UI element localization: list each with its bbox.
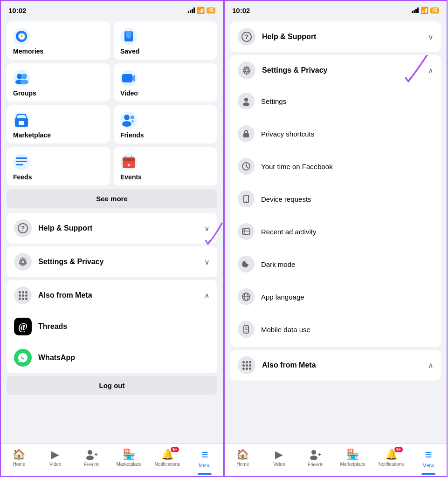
- left-panel-content: 🕐 Memories Saved: [1, 18, 223, 443]
- right-status-icons: 📶 45: [412, 7, 439, 14]
- shortcuts-grid: 🕐 Memories Saved: [7, 21, 217, 185]
- left-nav-marketplace[interactable]: 🏪 Marketplace: [116, 449, 141, 467]
- left-settings-privacy-row[interactable]: Settings & Privacy ∨: [7, 246, 217, 277]
- svg-point-7: [20, 80, 28, 84]
- left-help-label: Help & Support: [38, 224, 92, 232]
- events-icon: ★: [120, 154, 137, 170]
- mobile-data-label: Mobile data use: [261, 326, 310, 334]
- svg-point-36: [244, 98, 248, 102]
- threads-icon: @: [14, 318, 32, 335]
- svg-point-5: [21, 74, 27, 79]
- recent-ad-item[interactable]: Recent ad activity: [230, 217, 441, 246]
- shortcut-feeds[interactable]: Feeds: [7, 147, 110, 185]
- privacy-shortcuts-item[interactable]: Privacy shortcuts: [230, 119, 441, 149]
- see-more-button[interactable]: See more: [7, 189, 217, 208]
- groups-icon: [13, 70, 30, 87]
- menu-active-bar: [198, 473, 212, 475]
- svg-point-12: [124, 115, 130, 120]
- shortcut-marketplace[interactable]: Marketplace: [7, 105, 110, 143]
- left-also-meta-header[interactable]: Also from Meta ∧: [7, 280, 217, 311]
- shortcut-saved[interactable]: Saved: [114, 21, 217, 60]
- notifications-badge: 9+: [171, 447, 179, 452]
- left-help-chevron: ∨: [204, 224, 210, 233]
- svg-text:🕐: 🕐: [18, 33, 26, 41]
- right-help-icon: ?: [238, 28, 255, 46]
- left-nav-notifications[interactable]: 🔔 9+ Notifications: [155, 449, 180, 467]
- feeds-label: Feeds: [13, 173, 103, 181]
- mobile-data-icon: [238, 321, 255, 338]
- app-language-item[interactable]: App language: [230, 282, 441, 312]
- svg-point-53: [310, 456, 317, 460]
- svg-point-35: [245, 69, 248, 72]
- right-help-support: ? Help & Support ∨: [230, 21, 441, 52]
- svg-rect-19: [16, 164, 23, 165]
- your-time-item[interactable]: Your time on Facebook: [230, 151, 441, 181]
- right-help-chevron: ∨: [428, 33, 434, 41]
- svg-rect-23: [125, 156, 126, 159]
- svg-rect-11: [19, 121, 24, 125]
- marketplace-icon: [13, 112, 30, 129]
- saved-icon: [120, 28, 137, 45]
- device-icon: [238, 191, 255, 207]
- svg-rect-38: [243, 133, 249, 137]
- left-settings-chevron: ∨: [204, 258, 210, 266]
- home-label: Home: [13, 462, 26, 467]
- device-requests-item[interactable]: Device requests: [230, 184, 441, 214]
- recent-ad-label: Recent ad activity: [261, 228, 316, 236]
- svg-rect-8: [122, 74, 132, 82]
- whatsapp-item[interactable]: WhatsApp: [7, 342, 217, 373]
- svg-point-13: [122, 121, 131, 127]
- right-battery: 45: [430, 7, 439, 14]
- left-nav-menu[interactable]: ≡ Menu: [193, 448, 216, 468]
- right-nav-menu[interactable]: ≡ Menu: [417, 448, 440, 468]
- marketplace-nav-icon: 🏪: [123, 449, 135, 461]
- right-also-meta-row[interactable]: Also from Meta ∧: [230, 350, 441, 381]
- ad-icon: [238, 223, 255, 240]
- settings-item-icon: [238, 93, 255, 109]
- threads-item[interactable]: @ Threads: [7, 311, 217, 342]
- shortcut-groups[interactable]: Groups: [7, 63, 110, 102]
- your-time-label: Your time on Facebook: [261, 163, 333, 170]
- shortcut-memories[interactable]: 🕐 Memories: [7, 21, 110, 60]
- video-icon: [120, 70, 137, 87]
- right-home-icon: 🏠: [236, 449, 249, 461]
- left-nav-video[interactable]: ▶ Video: [44, 449, 67, 467]
- privacy-icon: [238, 125, 255, 142]
- right-settings-header[interactable]: Settings & Privacy ∧: [230, 55, 441, 86]
- memories-label: Memories: [13, 48, 103, 55]
- logout-button[interactable]: Log out: [7, 376, 217, 395]
- right-help-header[interactable]: ? Help & Support ∨: [230, 21, 441, 52]
- right-nav-video[interactable]: ▶ Video: [268, 449, 291, 467]
- svg-text:?: ?: [245, 33, 249, 41]
- right-nav-marketplace[interactable]: 🏪 Marketplace: [340, 449, 365, 467]
- settings-icon: [14, 253, 32, 271]
- left-also-meta-chevron: ∧: [204, 291, 210, 300]
- svg-rect-42: [242, 229, 250, 234]
- right-nav-friends[interactable]: Friends: [304, 448, 327, 467]
- right-nav-home[interactable]: 🏠 Home: [231, 449, 255, 467]
- right-home-label: Home: [237, 462, 249, 467]
- left-nav-friends[interactable]: Friends: [80, 448, 103, 467]
- mobile-data-item[interactable]: Mobile data use: [230, 314, 441, 344]
- left-nav-home[interactable]: 🏠 Home: [7, 449, 31, 467]
- svg-text:★: ★: [127, 163, 131, 167]
- shortcut-friends[interactable]: Friends: [114, 105, 217, 143]
- dark-mode-item[interactable]: Dark mode: [230, 249, 441, 279]
- right-wifi-icon: 📶: [420, 7, 428, 14]
- video-nav-icon: ▶: [51, 449, 59, 461]
- saved-label: Saved: [120, 48, 211, 55]
- also-meta-icon-left: [14, 286, 32, 304]
- left-help-support-row[interactable]: ? Help & Support ∨: [7, 213, 217, 244]
- svg-text:?: ?: [21, 225, 25, 232]
- right-nav-notifications[interactable]: 🔔 9+ Notifications: [379, 449, 404, 467]
- friends-icon: [120, 112, 137, 129]
- settings-item-settings[interactable]: Settings: [230, 86, 441, 116]
- right-notifications-badge: 9+: [394, 447, 403, 452]
- shortcut-events[interactable]: ★ Events: [114, 147, 217, 185]
- right-settings-chevron: ∧: [428, 66, 434, 75]
- right-menu-active-bar: [421, 473, 435, 475]
- left-signal: [188, 7, 195, 13]
- shortcut-video[interactable]: Video: [114, 63, 217, 102]
- threads-label: Threads: [38, 322, 67, 331]
- svg-point-14: [131, 116, 134, 119]
